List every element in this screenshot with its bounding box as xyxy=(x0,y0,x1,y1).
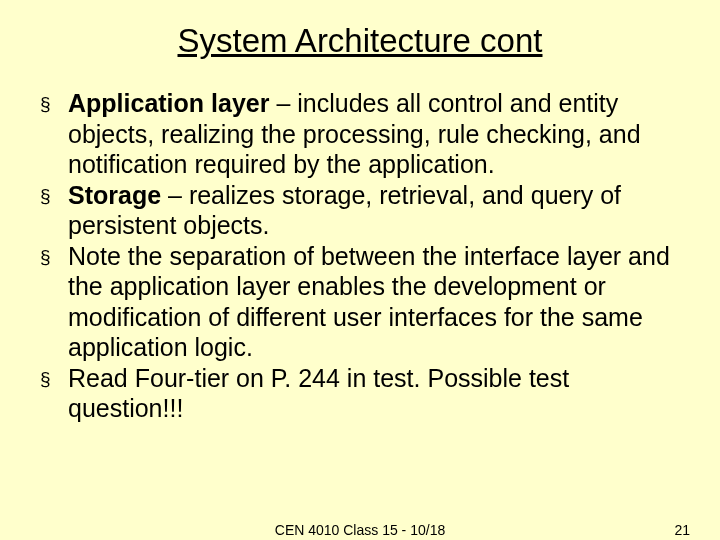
bullet-icon: § xyxy=(40,363,68,390)
slide-content: § Application layer – includes all contr… xyxy=(0,88,720,424)
bullet-icon: § xyxy=(40,180,68,207)
bullet-icon: § xyxy=(40,241,68,268)
bullet-rest: Read Four-tier on P. 244 in test. Possib… xyxy=(68,364,569,423)
bullet-icon: § xyxy=(40,88,68,115)
list-item: § Storage – realizes storage, retrieval,… xyxy=(40,180,682,241)
bullet-text: Application layer – includes all control… xyxy=(68,88,682,180)
list-item: § Note the separation of between the int… xyxy=(40,241,682,363)
bullet-text: Read Four-tier on P. 244 in test. Possib… xyxy=(68,363,682,424)
bullet-text: Note the separation of between the inter… xyxy=(68,241,682,363)
footer-center-text: CEN 4010 Class 15 - 10/18 xyxy=(275,522,445,538)
footer-page-number: 21 xyxy=(674,522,690,538)
bullet-lead: Storage xyxy=(68,181,161,209)
bullet-lead: Application layer xyxy=(68,89,269,117)
bullet-text: Storage – realizes storage, retrieval, a… xyxy=(68,180,682,241)
list-item: § Application layer – includes all contr… xyxy=(40,88,682,180)
list-item: § Read Four-tier on P. 244 in test. Poss… xyxy=(40,363,682,424)
bullet-rest: Note the separation of between the inter… xyxy=(68,242,670,362)
slide-title: System Architecture cont xyxy=(0,0,720,88)
